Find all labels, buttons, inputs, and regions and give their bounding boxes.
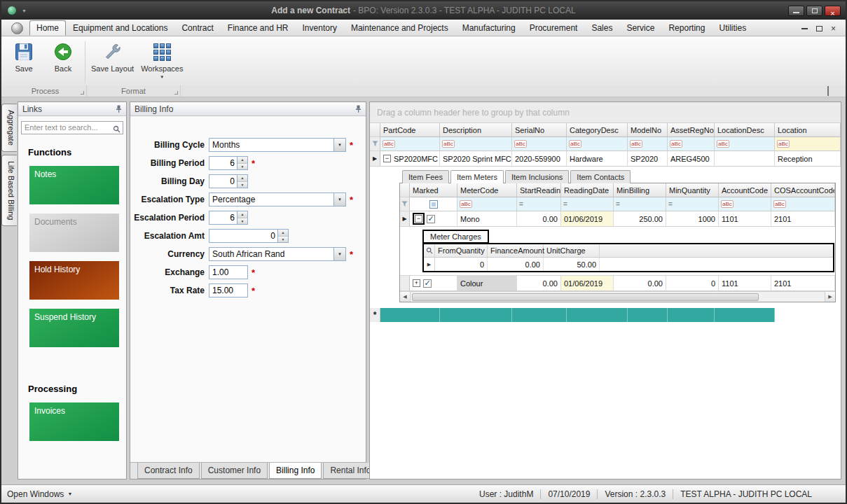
billing-period-stepper[interactable]: 6 ▲▼	[209, 156, 248, 170]
column-header-description[interactable]: Description	[440, 123, 512, 137]
tab-finance-and-hr[interactable]: Finance and HR	[221, 20, 296, 36]
open-windows-button[interactable]: Open Windows ▼	[1, 489, 72, 499]
tab-item-fees[interactable]: Item Fees	[402, 170, 449, 183]
maximize-button[interactable]	[806, 6, 822, 16]
save-layout-button[interactable]: Save Layout	[88, 39, 137, 85]
chevron-down-icon[interactable]: ▼	[333, 139, 345, 151]
collapse-ribbon-button[interactable]	[827, 88, 837, 95]
tab-item-meters[interactable]: Item Meters	[450, 170, 504, 183]
filter-cell-minbilling[interactable]: =	[614, 197, 666, 211]
tab-manufacturing[interactable]: Manufacturing	[455, 20, 523, 36]
tab-maintenance-and-projects[interactable]: Maintenance and Projects	[344, 20, 455, 36]
cell-readingdate[interactable]: 01/06/2019	[561, 211, 614, 227]
tab-customer-info[interactable]: Customer Info	[201, 463, 268, 479]
exchange-field[interactable]: 1.00	[209, 265, 248, 279]
new-cell-categorydesc[interactable]	[567, 308, 628, 322]
new-cell-partcode[interactable]	[380, 308, 440, 322]
search-input[interactable]	[21, 121, 123, 134]
new-cell-locationdesc[interactable]	[715, 308, 775, 322]
cell-categorydesc[interactable]: Hardware	[567, 151, 628, 167]
filter-cell-metercode[interactable]: aBc	[457, 197, 517, 211]
application-menu-button[interactable]	[4, 22, 29, 36]
cell-minbilling[interactable]: 0.00	[614, 276, 666, 291]
billing-cycle-dropdown[interactable]: Months ▼	[209, 138, 346, 152]
horizontal-scrollbar[interactable]: ◀ ▶	[400, 291, 835, 302]
column-header-modelno[interactable]: ModelNo	[628, 123, 668, 137]
cell-serialno[interactable]: 2020-559900	[512, 151, 567, 167]
column-header-fromquantity[interactable]: FromQuantity	[435, 244, 488, 257]
column-header-financeamount[interactable]: FinanceAmount	[488, 244, 544, 257]
tab-reporting[interactable]: Reporting	[661, 20, 712, 36]
tab-contract-info[interactable]: Contract Info	[137, 463, 200, 479]
tab-inventory[interactable]: Inventory	[296, 20, 344, 36]
column-header-locationdesc[interactable]: LocationDesc	[715, 123, 775, 137]
filter-cell-locationdesc[interactable]: aBc	[715, 137, 775, 151]
new-cell-modelno[interactable]	[628, 308, 668, 322]
spin-down-icon[interactable]: ▼	[278, 237, 288, 243]
new-item-row[interactable]: *	[370, 308, 841, 322]
column-header-cosaccountcode[interactable]: COSAccountCode	[771, 183, 835, 197]
side-tab-aggregate[interactable]: Aggregate	[1, 104, 17, 152]
filter-cell-accountcode[interactable]: aBc	[719, 197, 771, 211]
marked-checkbox[interactable]: ✓	[427, 215, 435, 223]
cell-metercode[interactable]: Colour	[457, 276, 517, 291]
minimize-button[interactable]	[788, 6, 804, 16]
tab-sales[interactable]: Sales	[584, 20, 619, 36]
spin-down-icon[interactable]: ▼	[237, 164, 247, 170]
cell-financeamount[interactable]: 0.00	[488, 258, 544, 271]
cell-metercode[interactable]: Mono	[457, 211, 517, 227]
new-cell-description[interactable]	[440, 308, 512, 322]
cell-locationdesc[interactable]	[715, 151, 775, 167]
column-header-startreading[interactable]: StartReading	[517, 183, 561, 197]
invoices-button[interactable]: Invoices	[29, 402, 119, 441]
currency-dropdown[interactable]: South African Rand ▼	[209, 247, 346, 261]
tab-item-inclusions[interactable]: Item Inclusions	[505, 170, 569, 183]
cell-location[interactable]: Reception	[775, 151, 841, 167]
cell-accountcode[interactable]: 1101	[719, 211, 771, 227]
column-header-accountcode[interactable]: AccountCode	[719, 183, 771, 197]
filter-cell-assetregno[interactable]: aBc	[668, 137, 715, 151]
new-cell-serialno[interactable]	[512, 308, 567, 322]
save-button[interactable]: Save	[4, 39, 43, 85]
spin-up-icon[interactable]: ▲	[237, 175, 247, 182]
filter-cell-serialno[interactable]: aBc	[512, 137, 567, 151]
cell-cosaccountcode[interactable]: 2101	[771, 276, 835, 291]
column-header-metercode[interactable]: MeterCode	[457, 183, 517, 197]
filter-cell-minquantity[interactable]: =	[666, 197, 719, 211]
tab-utilities[interactable]: Utilities	[712, 20, 753, 36]
column-header-minbilling[interactable]: MinBilling	[614, 183, 666, 197]
cell-description[interactable]: SP2020 Sprint MFC	[440, 151, 512, 167]
spin-up-icon[interactable]: ▲	[237, 157, 247, 164]
dialog-launcher-icon[interactable]	[174, 91, 178, 94]
escalation-amt-stepper[interactable]: 0 ▲▼	[209, 229, 289, 243]
cell-cosaccountcode[interactable]: 2101	[771, 211, 835, 227]
documents-button[interactable]: Documents	[29, 214, 119, 252]
doc-restore-button[interactable]	[816, 26, 822, 31]
dialog-launcher-icon[interactable]	[81, 91, 84, 94]
tab-equipment-and-locations[interactable]: Equipment and Locations	[66, 20, 174, 36]
filter-cell-partcode[interactable]: aBc	[380, 137, 440, 151]
scrollbar-thumb[interactable]	[412, 293, 759, 301]
scroll-left-button[interactable]: ◀	[400, 292, 411, 302]
escalation-period-stepper[interactable]: 6 ▲▼	[209, 211, 248, 225]
cell-readingdate[interactable]: 01/06/2019	[561, 276, 614, 291]
meter-row-mono[interactable]: ▶ − ✓ Mono 0.00 01/06/2019 250.00 1000 1…	[400, 211, 835, 227]
cell-minquantity[interactable]: 0	[666, 276, 719, 291]
column-header-categorydesc[interactable]: CategoryDesc	[567, 123, 628, 137]
cell-minbilling[interactable]: 250.00	[614, 211, 666, 227]
spin-up-icon[interactable]: ▲	[237, 211, 247, 218]
back-button[interactable]: Back	[43, 39, 83, 85]
column-header-marked[interactable]: Marked	[410, 183, 457, 197]
scroll-right-button[interactable]: ▶	[825, 292, 835, 302]
pin-icon[interactable]	[355, 105, 361, 113]
column-header-serialno[interactable]: SerialNo	[512, 123, 567, 137]
spin-down-icon[interactable]: ▼	[237, 182, 247, 188]
notes-button[interactable]: Notes	[29, 166, 119, 204]
filter-cell-cosaccountcode[interactable]: aBc	[771, 197, 835, 211]
filter-cell-location[interactable]: aBc	[775, 137, 841, 151]
collapse-row-button[interactable]: −	[415, 215, 422, 223]
close-button[interactable]: ×	[825, 6, 841, 16]
column-header-assetregno[interactable]: AssetRegNo	[668, 123, 715, 137]
column-header-location[interactable]: Location	[775, 123, 841, 137]
cell-startreading[interactable]: 0.00	[517, 276, 561, 291]
